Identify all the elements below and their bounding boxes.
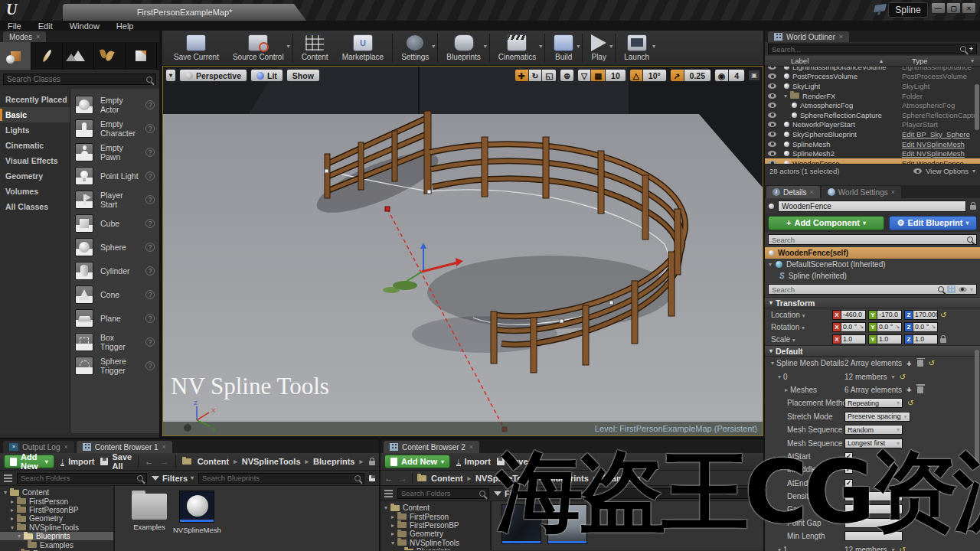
- breadcrumb-blueprints[interactable]: Blueprints: [313, 457, 354, 466]
- outliner-row[interactable]: SplineMeshEdit NVSplineMesh: [765, 139, 980, 149]
- property-row[interactable]: Stretch ModePreserve spacing▾: [765, 410, 980, 423]
- grid-snap-value[interactable]: 10: [606, 69, 626, 82]
- breadcrumb-content[interactable]: Content: [198, 457, 230, 466]
- tab-world-settings[interactable]: World Settings ×: [822, 186, 901, 198]
- category-recently-placed[interactable]: Recently Placed: [0, 92, 70, 107]
- geometry-edit-mode-button[interactable]: [126, 42, 157, 70]
- search-folders-input[interactable]: [401, 489, 476, 497]
- category-volumes[interactable]: Volumes: [0, 184, 70, 199]
- breadcrumb-content[interactable]: Content: [431, 474, 463, 483]
- outliner-row[interactable]: AtmosphericFogAtmosphericFog: [765, 100, 980, 110]
- outliner-scrollbar[interactable]: [975, 84, 979, 130]
- tree-item-geometry[interactable]: ▸Geometry: [0, 514, 113, 523]
- tab-output-log[interactable]: »Output Log×: [3, 441, 74, 453]
- scale-z-input[interactable]: 1.0: [913, 334, 938, 344]
- sources-panel-icon[interactable]: [384, 490, 393, 497]
- add-new-button[interactable]: Add New ▾: [384, 455, 450, 468]
- category-geometry[interactable]: Geometry: [0, 168, 70, 184]
- tab-content-browser-2[interactable]: Content Browser 2 ×: [384, 441, 479, 453]
- tree-item-firstperson[interactable]: ▸FirstPerson: [381, 512, 490, 520]
- close-icon[interactable]: ×: [839, 33, 843, 41]
- save-search-icon[interactable]: [369, 475, 375, 481]
- rotation-snap-button[interactable]: △: [629, 69, 643, 82]
- place-item-plane[interactable]: Plane?: [70, 306, 159, 330]
- outliner-search-input[interactable]: [772, 45, 957, 54]
- delete-icon[interactable]: [917, 386, 923, 393]
- place-item-cylinder[interactable]: Cylinder?: [70, 259, 159, 282]
- camera-speed-value[interactable]: 4: [729, 69, 745, 82]
- viewport[interactable]: Level: FirstPersonExampleMap (Persistent…: [162, 66, 763, 436]
- menu-item-file[interactable]: File: [8, 21, 21, 31]
- outliner-row[interactable]: SplineMesh2Edit NVSplineMesh: [765, 148, 980, 158]
- property-row[interactable]: ▾012 members▾↺: [765, 370, 980, 383]
- view-options-button[interactable]: View Options ▾: [913, 167, 975, 175]
- help-icon[interactable]: ?: [145, 219, 155, 228]
- minimize-button[interactable]: —: [931, 2, 946, 14]
- place-item-empty-actor[interactable]: Empty Actor?: [70, 93, 159, 116]
- scale-x-input[interactable]: 1.0: [841, 334, 866, 344]
- category-basic[interactable]: Basic: [0, 107, 70, 122]
- add-new-button[interactable]: Add New ▾: [4, 455, 54, 468]
- place-mode-button[interactable]: [0, 42, 31, 70]
- toolbar-settings-button[interactable]: Settings▾: [394, 31, 436, 65]
- place-item-sphere-trigger[interactable]: Sphere Trigger?: [70, 354, 159, 377]
- tab-content-browser-1[interactable]: Content Browser 1×: [77, 441, 172, 453]
- reset-icon[interactable]: ↺: [907, 399, 913, 407]
- lock-icon[interactable]: [369, 461, 375, 465]
- help-icon[interactable]: ?: [145, 361, 155, 370]
- search-classes-input[interactable]: [7, 75, 143, 83]
- viewport-options-button[interactable]: ▾: [165, 69, 176, 82]
- outliner-row[interactable]: SkySphereBlueprintEdit BP_Sky_Sphere: [765, 129, 980, 139]
- reset-icon[interactable]: ↺: [928, 359, 934, 367]
- eye-icon[interactable]: [768, 83, 776, 89]
- save-all-button[interactable]: Save All: [100, 452, 132, 471]
- place-item-empty-pawn[interactable]: Empty Pawn?: [70, 140, 159, 164]
- tutorial-spline-button[interactable]: Spline: [888, 2, 928, 18]
- asset-examples[interactable]: Examples: [126, 487, 173, 531]
- tree-item-firstpersonbp[interactable]: ▸FirstPersonBP: [0, 506, 113, 514]
- help-icon[interactable]: ?: [145, 290, 155, 299]
- property-row[interactable]: Mesh SequenceRandom▾: [765, 423, 980, 436]
- toolbar-source-control-button[interactable]: Source Control▾: [226, 31, 291, 65]
- place-item-cube[interactable]: Cube?: [70, 211, 159, 235]
- close-icon[interactable]: ×: [36, 33, 40, 41]
- help-icon[interactable]: ?: [145, 243, 155, 252]
- location-x-input[interactable]: -460.0: [841, 310, 866, 320]
- tree-item-blueprints[interactable]: ▾Blueprints: [381, 547, 490, 550]
- edit-blueprint-button[interactable]: ⚙Edit Blueprint▾: [889, 216, 977, 230]
- search-assets-input[interactable]: [202, 474, 351, 482]
- eye-icon[interactable]: [768, 122, 776, 127]
- place-item-empty-character[interactable]: Empty Character?: [70, 116, 159, 140]
- eye-icon[interactable]: [959, 287, 967, 292]
- outliner-row[interactable]: ▾RenderFXFolder: [765, 91, 980, 101]
- show-button[interactable]: Show: [286, 69, 320, 82]
- eye-icon[interactable]: [768, 112, 776, 118]
- tree-item-examples[interactable]: Examples: [0, 540, 113, 549]
- sources-panel-icon[interactable]: [4, 474, 12, 482]
- scale-snap-value[interactable]: 0.25: [684, 69, 711, 82]
- close-icon[interactable]: ×: [64, 443, 67, 451]
- close-button[interactable]: ×: [962, 2, 976, 14]
- eye-icon[interactable]: [768, 151, 776, 156]
- surface-snap-button[interactable]: ▽: [577, 69, 591, 82]
- dropdown-stretch-mode[interactable]: Preserve spacing▾: [844, 412, 910, 422]
- tree-item-firstperson[interactable]: ▸FirstPerson: [0, 497, 113, 505]
- eye-icon[interactable]: [768, 161, 776, 164]
- property-row[interactable]: ▾Spline Mesh Details2 Array elements+↺: [765, 357, 980, 370]
- paint-mode-button[interactable]: [31, 42, 63, 70]
- component-row[interactable]: WoodenFence(self): [765, 247, 980, 259]
- forward-button[interactable]: →: [398, 473, 407, 484]
- back-button[interactable]: ←: [384, 473, 394, 484]
- type-filter-icon[interactable]: ▾: [971, 57, 974, 64]
- property-row[interactable]: ▸Meshes6 Array elements+: [765, 383, 980, 396]
- close-icon[interactable]: ×: [469, 443, 473, 451]
- outliner-column-header[interactable]: Label ▴ Type ▾: [765, 56, 980, 67]
- add-filter-icon[interactable]: +: [969, 45, 973, 53]
- camera-speed-button[interactable]: ◉: [714, 69, 729, 82]
- toolbar-save-current-button[interactable]: Save Current: [167, 31, 226, 65]
- tree-item-nvsplinetools[interactable]: ▾NVSplineTools: [381, 539, 490, 547]
- close-icon[interactable]: ×: [162, 443, 166, 451]
- import-button[interactable]: ↓ Import: [60, 457, 95, 466]
- world-outliner-tab[interactable]: World Outliner ×: [768, 31, 849, 42]
- eye-icon[interactable]: [768, 142, 776, 147]
